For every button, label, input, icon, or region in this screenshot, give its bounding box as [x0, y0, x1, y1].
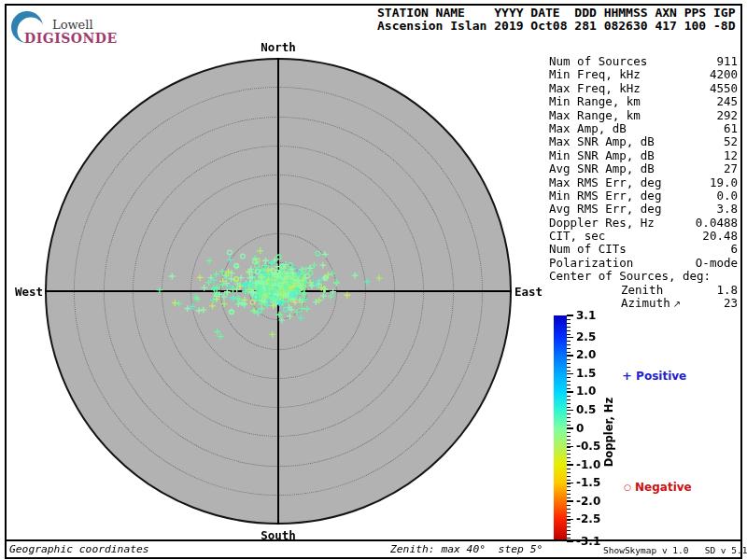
footer-coordinate-system: Geographic coordinates [9, 543, 149, 555]
colorbar-major-tick [567, 464, 573, 466]
colorbar-major-tick [567, 373, 573, 375]
stats-row: Max Freq, kHz4550 [549, 82, 738, 95]
stats-row: Center of Sources, deg: [549, 270, 738, 283]
stats-row: Doppler Res, Hz0.0488 [549, 217, 738, 230]
ring-marker-icon: ○ [624, 483, 631, 492]
stats-value: 911 [716, 55, 738, 68]
skymap-screen: Lowell DIGISONDE STATION NAME YYYY DATE … [0, 0, 747, 560]
stats-row: CIT, sec20.48 [549, 230, 738, 243]
stats-label: Avg SNR Amp, dB [549, 162, 655, 175]
stats-label: CIT, sec [549, 230, 605, 243]
stats-label: Max Amp, dB [549, 122, 627, 135]
stats-label: Max Range, km [549, 109, 641, 122]
colorbar-major-tick [567, 427, 573, 429]
colorbar-tick-label: 2.0 [576, 349, 610, 361]
colorbar-tick-label: -2.5 [576, 513, 610, 525]
compass-label-north: North [241, 40, 316, 54]
stats-label: Azimuth ↗ [549, 297, 681, 310]
stats-row: Min Freq, kHz4200 [549, 68, 738, 81]
stats-value: 19.0 [710, 176, 738, 189]
legend-positive: + Positive [622, 369, 686, 383]
stats-label: Max SNR Amp, dB [549, 135, 655, 148]
legend-negative-label: Negative [635, 481, 692, 494]
colorbar-tick-label: 2.5 [576, 331, 610, 343]
doppler-colorbar [554, 315, 567, 541]
stats-value: O-mode [696, 257, 738, 270]
colorbar-major-tick [567, 355, 573, 357]
stats-label: Min SNR Amp, dB [549, 149, 655, 162]
stats-label: Num of Sources [549, 55, 647, 68]
stats-value: 4200 [710, 68, 738, 81]
footer-version: ShowSkymap v 1.0 SD v 5.1 [603, 545, 747, 555]
colorbar-major-tick [567, 337, 573, 339]
stats-row: Avg SNR Amp, dB27 [549, 162, 738, 175]
stats-value: 292 [716, 109, 738, 122]
skymap-scatter-canvas [0, 0, 560, 560]
azimuth-arrow-icon: ↗ [670, 299, 682, 309]
stats-value: 61 [724, 122, 738, 135]
stats-value: 6 [730, 243, 738, 256]
stats-value: 0.0488 [696, 217, 738, 230]
colorbar-major-tick [567, 391, 573, 393]
stats-value: 12 [724, 149, 738, 162]
stats-label: Zenith [549, 284, 663, 297]
footer-zenith-scale: Zenith: max 40° step 5° [390, 543, 543, 555]
stats-row: Num of Sources911 [549, 55, 738, 68]
stats-label: Max Freq, kHz [549, 82, 641, 95]
stats-row: PolarizationO-mode [549, 257, 738, 270]
colorbar-major-tick [567, 483, 573, 484]
colorbar-tick-label: 3.1 [576, 310, 610, 322]
stats-row: Max Amp, dB61 [549, 122, 738, 135]
stats-label: Min RMS Err, deg [549, 189, 661, 203]
stats-value: 245 [716, 95, 738, 108]
compass-label-west: West [2, 285, 43, 299]
stats-value: 20.48 [702, 230, 738, 243]
plus-marker-icon: + [622, 369, 632, 383]
legend-negative: ○ Negative [624, 481, 692, 494]
colorbar-major-tick [567, 410, 573, 412]
stats-label: Max RMS Err, deg [549, 176, 661, 189]
stats-label: Center of Sources, deg: [549, 270, 711, 283]
colorbar-tick-label: 1.5 [576, 368, 610, 380]
colorbar-axis-title: Doppler, Hz [602, 395, 615, 469]
colorbar-major-tick [567, 519, 573, 521]
stats-row: Min SNR Amp, dB12 [549, 149, 738, 162]
colorbar-major-tick [567, 315, 573, 316]
measurement-stats-panel: Num of Sources911Min Freq, kHz4200Max Fr… [549, 55, 738, 310]
stats-value: 4550 [710, 82, 738, 95]
legend-positive-label: Positive [636, 370, 686, 383]
stats-label: Polarization [549, 257, 633, 270]
stats-row: Zenith1.8 [549, 284, 738, 297]
stats-value: 0.0 [716, 189, 738, 203]
stats-value: 52 [724, 135, 738, 148]
stats-row: Min Range, km245 [549, 95, 738, 108]
colorbar-tick-label: -1.5 [576, 477, 610, 489]
stats-row: Max Range, km292 [549, 109, 738, 122]
stats-value: 3.8 [716, 203, 738, 216]
stats-value: 1.8 [716, 284, 738, 297]
stats-row: Max RMS Err, deg19.0 [549, 176, 738, 189]
stats-row: Avg RMS Err, deg3.8 [549, 203, 738, 216]
footer-divider [6, 539, 740, 541]
stats-label: Min Freq, kHz [549, 68, 641, 81]
stats-value: 27 [724, 162, 738, 175]
stats-label: Doppler Res, Hz [549, 217, 655, 230]
stats-label: Num of CITs [549, 243, 627, 256]
stats-label: Avg RMS Err, deg [549, 203, 661, 216]
stats-label: Min Range, km [549, 95, 641, 108]
stats-row: Max SNR Amp, dB52 [549, 135, 738, 148]
stats-row: Min RMS Err, deg0.0 [549, 189, 738, 203]
colorbar-major-tick [567, 500, 573, 502]
colorbar-tick-label: -2.0 [576, 496, 610, 508]
colorbar-major-tick [567, 446, 573, 448]
stats-row: Num of CITs6 [549, 243, 738, 256]
stats-value: 23 [724, 297, 738, 310]
